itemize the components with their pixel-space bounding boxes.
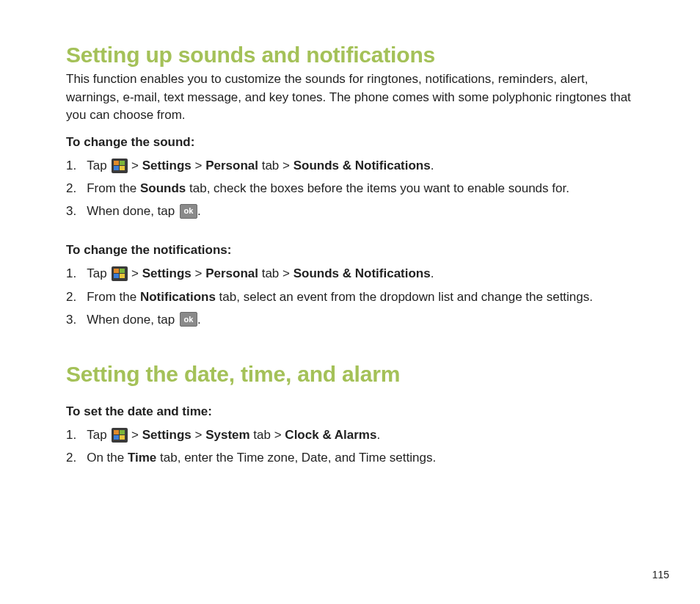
svg-rect-4	[120, 166, 125, 170]
step-content: From the Sounds tab, check the boxes bef…	[87, 178, 569, 198]
subheading-set-date-time: To set the date and time:	[66, 404, 638, 419]
separator: >	[192, 263, 205, 283]
list-item: 2. From the Sounds tab, check the boxes …	[66, 177, 638, 200]
separator: >	[192, 156, 205, 175]
text-segment: From the	[87, 287, 140, 307]
text-segment: When done, tap	[87, 310, 178, 330]
list-item: 1. Tap > Settings > Personal tab >	[66, 154, 638, 177]
text-tab: tab >	[258, 156, 294, 175]
list-item: 2. On the Time tab, enter the Time zone,…	[66, 446, 638, 469]
text-period: .	[197, 310, 201, 330]
steps-change-notifications: 1. Tap > Settings > Personal tab >	[66, 262, 638, 331]
step-number: 2.	[66, 178, 76, 198]
svg-rect-6	[114, 269, 119, 273]
breadcrumb-personal: Personal	[205, 263, 258, 283]
breadcrumb-sounds-notifications: Sounds & Notifications	[294, 263, 431, 283]
svg-rect-1	[114, 161, 119, 165]
heading-sounds-notifications: Setting up sounds and notifications	[66, 43, 638, 68]
text-tap: Tap	[87, 156, 110, 175]
step-number: 1.	[66, 425, 76, 445]
step-content: From the Notifications tab, select an ev…	[87, 287, 593, 307]
svg-rect-11	[114, 430, 119, 434]
breadcrumb-clock-alarms: Clock & Alarms	[285, 425, 376, 445]
svg-rect-9	[120, 274, 125, 278]
breadcrumb-personal: Personal	[205, 156, 258, 175]
separator: >	[128, 263, 142, 283]
text-segment: tab, check the boxes before the items yo…	[186, 178, 569, 198]
svg-rect-12	[120, 430, 125, 434]
step-content: Tap > Settings > Personal tab > Sounds &	[87, 263, 434, 283]
text-period: .	[431, 263, 434, 283]
step-content: On the Time tab, enter the Time zone, Da…	[87, 448, 436, 467]
tab-time: Time	[128, 448, 156, 467]
steps-change-sound: 1. Tap > Settings > Personal tab >	[66, 154, 638, 223]
text-segment: When done, tap	[87, 201, 178, 221]
step-number: 2.	[66, 287, 76, 307]
breadcrumb-settings: Settings	[142, 156, 192, 175]
breadcrumb-settings: Settings	[142, 263, 192, 283]
windows-start-icon	[112, 428, 128, 443]
step-content: When done, tap ok .	[87, 310, 201, 330]
svg-rect-7	[120, 269, 125, 273]
text-tab: tab >	[250, 425, 285, 445]
manual-page: Setting up sounds and notifications This…	[0, 0, 700, 501]
subheading-change-sound: To change the sound:	[66, 135, 638, 150]
subheading-change-notifications: To change the notifications:	[66, 243, 638, 258]
breadcrumb-system: System	[205, 425, 249, 445]
windows-start-icon	[112, 266, 128, 281]
text-segment: tab, select an event from the dropdown l…	[216, 287, 593, 307]
step-number: 1.	[66, 263, 76, 283]
steps-set-date-time: 1. Tap > Settings > System tab >	[66, 423, 638, 469]
breadcrumb-settings: Settings	[142, 425, 192, 445]
svg-rect-3	[114, 166, 119, 170]
svg-rect-2	[120, 161, 125, 165]
ok-icon: ok	[180, 204, 197, 219]
text-tap: Tap	[87, 425, 110, 445]
intro-paragraph: This function enables you to customize t…	[66, 70, 638, 125]
list-item: 2. From the Notifications tab, select an…	[66, 285, 638, 308]
separator: >	[192, 425, 205, 445]
svg-rect-8	[114, 274, 119, 278]
step-number: 3.	[66, 201, 76, 221]
step-number: 3.	[66, 310, 76, 330]
list-item: 1. Tap > Settings > System tab >	[66, 423, 638, 446]
step-number: 1.	[66, 156, 76, 175]
text-period: .	[431, 156, 434, 175]
windows-start-icon	[112, 159, 128, 173]
svg-rect-14	[120, 435, 125, 440]
separator: >	[128, 425, 142, 445]
separator: >	[128, 156, 142, 175]
step-content: Tap > Settings > System tab > Clock & Al	[87, 425, 380, 445]
list-item: 1. Tap > Settings > Personal tab >	[66, 262, 638, 285]
step-number: 2.	[66, 448, 76, 467]
text-tap: Tap	[87, 263, 110, 283]
text-segment: On the	[87, 448, 128, 467]
svg-rect-13	[114, 435, 119, 440]
ok-icon: ok	[180, 312, 197, 327]
text-segment: From the	[87, 178, 140, 198]
list-item: 3. When done, tap ok .	[66, 308, 638, 331]
text-segment: tab, enter the Time zone, Date, and Time…	[156, 448, 436, 467]
breadcrumb-sounds-notifications: Sounds & Notifications	[294, 156, 431, 175]
page-number: 115	[652, 569, 669, 581]
text-period: .	[376, 425, 380, 445]
step-content: When done, tap ok .	[87, 201, 201, 221]
list-item: 3. When done, tap ok .	[66, 200, 638, 222]
heading-date-time-alarm: Setting the date, time, and alarm	[66, 362, 638, 387]
tab-notifications: Notifications	[140, 287, 216, 307]
text-period: .	[197, 201, 201, 221]
tab-sounds: Sounds	[140, 178, 186, 198]
text-tab: tab >	[258, 263, 294, 283]
step-content: Tap > Settings > Personal tab > Sounds &	[87, 156, 434, 175]
